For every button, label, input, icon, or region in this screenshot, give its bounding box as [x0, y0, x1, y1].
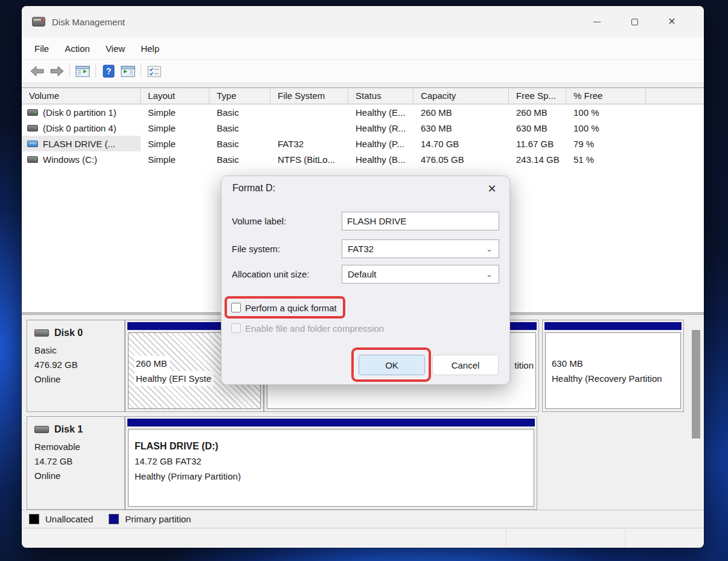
partition-size: 630 MB — [552, 356, 680, 371]
menu-file[interactable]: File — [27, 41, 57, 56]
unallocated-label: Unallocated — [45, 514, 93, 524]
compression-checkbox[interactable] — [231, 323, 241, 333]
toolbar-separator — [141, 65, 141, 78]
table-row[interactable]: (Disk 0 partition 4) Simple Basic Health… — [22, 120, 704, 136]
file-system-value: FAT32 — [348, 244, 374, 254]
column-header-file-system[interactable]: File System — [270, 88, 348, 104]
free-space-cell: 243.14 GB — [509, 154, 566, 165]
disk-icon — [34, 329, 49, 337]
table-row-selected[interactable]: FLASH DRIVE (... Simple Basic FAT32 Heal… — [22, 136, 704, 151]
column-header-status[interactable]: Status — [348, 88, 413, 104]
status-cell: Healthy (E... — [348, 107, 413, 118]
layout-cell: Simple — [141, 123, 209, 133]
quick-format-label: Perform a quick format — [245, 303, 337, 313]
capacity-cell: 476.05 GB — [413, 154, 509, 165]
disk-management-icon — [32, 17, 45, 27]
file-system-cell: FAT32 — [270, 139, 348, 149]
status-cell: Healthy (P... — [348, 139, 413, 149]
volume-name: (Disk 0 partition 1) — [43, 107, 117, 118]
volume-drive-icon — [27, 125, 38, 132]
partition-size: 260 MB — [135, 356, 170, 371]
file-system-label: File system: — [232, 244, 280, 254]
column-header-capacity[interactable]: Capacity — [413, 88, 509, 104]
column-header-layout[interactable]: Layout — [141, 88, 209, 104]
layout-cell: Simple — [141, 107, 209, 118]
back-icon — [30, 65, 45, 77]
close-icon: ✕ — [487, 182, 496, 195]
partition-status: Healthy (Recovery Partition — [552, 371, 680, 386]
volume-drive-icon-blue — [27, 141, 38, 147]
cancel-button[interactable]: Cancel — [432, 355, 499, 375]
volume-name: (Disk 0 partition 4) — [43, 123, 117, 133]
format-dialog: Format D: ✕ Volume label: File system: F… — [221, 176, 510, 385]
file-system-cell: NTFS (BitLo... — [270, 154, 348, 165]
dialog-title: Format D: — [232, 183, 275, 194]
disk1-label[interactable]: Disk 1 Removable 14.72 GB Online — [27, 416, 125, 510]
table-row[interactable]: Windows (C:) Simple Basic NTFS (BitLo...… — [22, 151, 704, 167]
forward-button[interactable] — [47, 62, 66, 80]
column-header-empty — [646, 88, 704, 104]
maximize-button[interactable] — [616, 6, 653, 37]
action-pane-button[interactable] — [118, 62, 138, 80]
partition-recovery[interactable]: 630 MB Healthy (Recovery Partition — [542, 320, 684, 412]
console-tree-button[interactable] — [73, 62, 92, 80]
partition-flash-drive[interactable]: FLASH DRIVE (D:) 14.72 GB FAT32 Healthy … — [125, 416, 537, 510]
volume-list-header: Volume Layout Type File System Status Ca… — [22, 88, 704, 104]
capacity-cell: 630 MB — [413, 123, 509, 133]
menu-help[interactable]: Help — [133, 41, 167, 56]
minimize-button[interactable] — [578, 6, 616, 37]
table-row[interactable]: (Disk 0 partition 1) Simple Basic Health… — [22, 104, 704, 120]
help-icon: ? — [103, 65, 115, 78]
minimize-icon — [593, 22, 601, 22]
column-header-percent-free[interactable]: % Free — [566, 88, 646, 104]
vertical-scrollbar-thumb[interactable] — [692, 330, 700, 439]
type-cell: Basic — [209, 123, 270, 133]
disk1-name: Disk 1 — [54, 424, 83, 435]
disk0-label[interactable]: Disk 0 Basic 476.92 GB Online — [27, 320, 125, 412]
status-bar-separator — [506, 530, 506, 547]
free-space-cell: 11.67 GB — [509, 139, 566, 149]
svg-text:?: ? — [106, 66, 112, 76]
partition-color-bar — [544, 322, 682, 330]
volume-drive-icon — [27, 109, 38, 116]
chevron-down-icon: ⌄ — [486, 244, 499, 253]
toolbar-separator — [69, 65, 70, 78]
menu-action[interactable]: Action — [57, 41, 98, 56]
chevron-down-icon: ⌄ — [486, 270, 499, 279]
partition-status: Healthy (Primary Partition) — [135, 469, 534, 484]
help-button[interactable]: ? — [99, 62, 118, 80]
partition-color-bar — [127, 419, 535, 426]
allocation-unit-select[interactable]: Default ⌄ — [342, 265, 499, 284]
disk1-kind: Removable — [34, 440, 124, 454]
forward-icon — [49, 65, 65, 77]
quick-format-checkbox[interactable] — [231, 303, 241, 312]
volume-name: Windows (C:) — [43, 154, 97, 165]
close-button[interactable]: ✕ — [653, 6, 691, 37]
partition-title: FLASH DRIVE (D:) — [135, 439, 534, 454]
status-bar — [22, 528, 704, 548]
column-header-free-space[interactable]: Free Sp... — [509, 88, 566, 104]
properties-icon — [147, 66, 161, 77]
disk0-status: Online — [34, 372, 124, 387]
disk1-size: 14.72 GB — [34, 454, 124, 469]
primary-partition-swatch — [109, 514, 119, 524]
column-header-volume[interactable]: Volume — [22, 88, 141, 104]
toolbar: ? — [22, 60, 704, 83]
back-button[interactable] — [28, 62, 47, 80]
file-system-select[interactable]: FAT32 ⌄ — [342, 239, 499, 258]
properties-button[interactable] — [144, 62, 164, 80]
capacity-cell: 14.70 GB — [413, 139, 509, 149]
legend-bar: Unallocated Primary partition — [22, 510, 704, 528]
disk-management-window: Disk Management ✕ File Action View Help — [22, 6, 704, 548]
menu-bar: File Action View Help — [22, 37, 704, 60]
column-header-type[interactable]: Type — [209, 88, 270, 104]
ok-button[interactable]: OK — [359, 355, 425, 375]
primary-partition-label: Primary partition — [125, 514, 191, 524]
dialog-close-button[interactable]: ✕ — [484, 181, 500, 197]
layout-cell: Simple — [141, 139, 209, 149]
type-cell: Basic — [209, 154, 270, 165]
menu-view[interactable]: View — [98, 41, 133, 56]
volume-label-input[interactable] — [342, 212, 499, 230]
disk0-kind: Basic — [34, 343, 124, 358]
free-space-cell: 260 MB — [509, 107, 566, 118]
